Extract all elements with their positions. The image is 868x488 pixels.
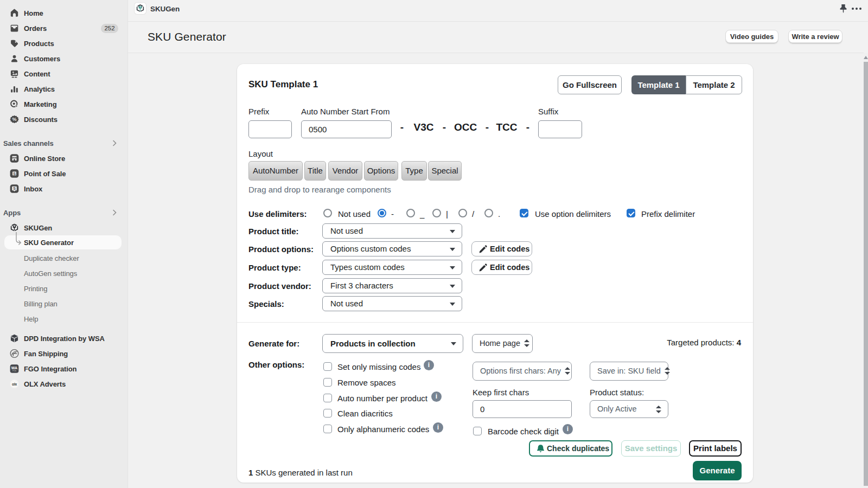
svg-text:S: S xyxy=(13,187,16,190)
svg-text:POD: POD xyxy=(12,370,17,372)
svg-text:%: % xyxy=(12,117,17,122)
svg-text:S: S xyxy=(13,172,16,176)
svg-text:olx: olx xyxy=(12,382,17,386)
